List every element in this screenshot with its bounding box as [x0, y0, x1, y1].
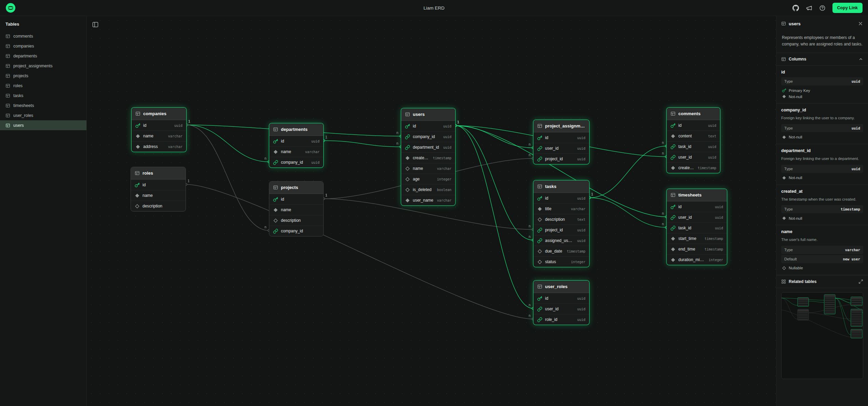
column-row[interactable]: company_iduuid [401, 131, 455, 142]
help-icon[interactable] [819, 5, 826, 11]
column-type: uuid [708, 155, 716, 159]
link-icon [537, 228, 542, 233]
column-row[interactable]: user_iduuid [533, 303, 589, 314]
sidebar-toggle-button[interactable] [91, 20, 100, 29]
column-row[interactable]: due_datetimestamp [533, 246, 589, 256]
column-row[interactable]: created_attimestamp [667, 162, 720, 173]
table-node-companies[interactable]: companiesiduuidnamevarcharaddressvarchar [131, 107, 187, 152]
expand-icon[interactable] [858, 279, 863, 284]
column-row[interactable]: iduuid [667, 120, 720, 131]
column-row[interactable]: user_namevarchar [401, 195, 455, 205]
column-row[interactable]: name [269, 204, 323, 215]
column-row[interactable]: assigned_user_iduuid [533, 235, 589, 246]
erd-canvas[interactable]: 1n1n1n1n1n1n1n1n1n1n1n1n1n1n companiesid… [87, 16, 776, 406]
column-row[interactable]: company_iduuid [269, 157, 323, 167]
sidebar-item-tasks[interactable]: tasks [0, 91, 86, 100]
column-row[interactable]: description [131, 201, 186, 211]
sidebar-item-projects[interactable]: projects [0, 71, 86, 81]
table-node-departments[interactable]: departmentsiduuidnamevarcharcompany_iduu… [269, 123, 324, 168]
columns-section-header[interactable]: Columns [776, 53, 868, 66]
table-node-users[interactable]: usersiduuidcompany_iduuiddepartment_iduu… [401, 108, 456, 206]
table-node-projects[interactable]: projectsidnamedescriptioncompany_id [269, 181, 324, 236]
column-row[interactable]: duration_minutesinteger [667, 254, 727, 265]
table-node-header[interactable]: comments [667, 108, 720, 120]
table-node-header[interactable]: departments [269, 123, 323, 136]
minimap-table-user_roles [851, 329, 862, 338]
table-node-header[interactable]: timesheets [667, 189, 727, 201]
sidebar-item-label: user_roles [13, 113, 33, 118]
table-node-header[interactable]: project_assignments [533, 120, 589, 132]
columns-icon [781, 57, 786, 62]
copy-link-button[interactable]: Copy Link [832, 3, 863, 13]
column-name: start_time [678, 236, 702, 241]
column-row[interactable]: project_iduuid [533, 225, 589, 235]
column-row[interactable]: ageinteger [401, 174, 455, 184]
column-row[interactable]: descriptiontext [533, 214, 589, 225]
column-row[interactable]: iduuid [533, 132, 589, 143]
column-name: content [678, 134, 705, 138]
column-row[interactable]: contenttext [667, 131, 720, 141]
detail-panel-header: users [776, 16, 868, 31]
column-row[interactable]: department_iduuid [401, 142, 455, 152]
close-icon[interactable] [858, 21, 863, 26]
sidebar-item-project_assignments[interactable]: project_assignments [0, 61, 86, 71]
table-node-timesheets[interactable]: timesheetsiduuiduser_iduuidtask_iduuidst… [666, 189, 727, 265]
sidebar-item-users[interactable]: users [0, 120, 86, 130]
column-row[interactable]: user_iduuid [533, 143, 589, 153]
table-node-header[interactable]: user_roles [533, 281, 589, 293]
column-row[interactable]: name [131, 190, 186, 201]
table-node-header[interactable]: tasks [533, 180, 589, 193]
github-icon[interactable] [792, 5, 799, 11]
table-name: comments [678, 111, 701, 116]
sidebar-item-companies[interactable]: companies [0, 41, 86, 51]
column-row[interactable]: namevarchar [269, 146, 323, 157]
table-node-comments[interactable]: commentsiduuidcontenttexttask_iduuiduser… [666, 107, 720, 173]
column-row[interactable]: namevarchar [132, 131, 186, 141]
table-node-tasks[interactable]: tasksiduuidtitlevarchardescriptiontextpr… [533, 180, 589, 267]
sidebar-item-comments[interactable]: comments [0, 31, 86, 41]
column-row[interactable]: addressvarchar [132, 141, 186, 152]
column-row[interactable]: user_iduuid [667, 152, 720, 162]
sidebar-item-roles[interactable]: roles [0, 81, 86, 91]
table-node-roles[interactable]: rolesidnamedescription [131, 167, 186, 212]
column-row[interactable]: namevarchar [401, 163, 455, 174]
column-row[interactable]: company_id [269, 226, 323, 236]
column-row[interactable]: end_timetimestamp [667, 244, 727, 254]
sidebar-item-departments[interactable]: departments [0, 51, 86, 61]
column-row[interactable]: role_iduuid [533, 314, 589, 325]
column-row[interactable]: titlevarchar [533, 203, 589, 214]
column-row[interactable]: iduuid [667, 201, 727, 212]
chevron-up-icon[interactable] [858, 57, 863, 62]
column-row[interactable]: task_iduuid [667, 222, 727, 233]
sidebar-item-label: timesheets [13, 103, 34, 108]
column-row[interactable]: iduuid [401, 121, 455, 131]
column-row[interactable]: task_iduuid [667, 141, 720, 152]
liam-logo-icon[interactable] [5, 3, 16, 13]
column-row[interactable]: project_iduuid [533, 153, 589, 164]
column-row[interactable]: iduuid [132, 120, 186, 131]
sidebar-item-timesheets[interactable]: timesheets [0, 100, 86, 110]
column-row[interactable]: description [269, 215, 323, 226]
releases-megaphone-icon[interactable] [806, 5, 812, 11]
table-node-header[interactable]: companies [132, 108, 186, 120]
sidebar-item-user_roles[interactable]: user_roles [0, 110, 86, 120]
table-node-project_assignments[interactable]: project_assignmentsiduuiduser_iduuidproj… [533, 120, 589, 164]
related-tables-preview[interactable] [781, 292, 863, 379]
column-row[interactable]: is_deletedboolean [401, 184, 455, 195]
column-row[interactable]: user_iduuid [667, 212, 727, 222]
column-row[interactable]: created_attimestamp [401, 152, 455, 163]
table-node-header[interactable]: users [401, 108, 455, 121]
table-node-header[interactable]: projects [269, 181, 323, 194]
related-tables-header[interactable]: Related tables [776, 275, 868, 288]
column-row[interactable]: iduuid [533, 293, 589, 303]
column-row[interactable]: iduuid [533, 193, 589, 203]
column-row[interactable]: statusinteger [533, 256, 589, 267]
minimap-table-tasks [851, 309, 862, 326]
constraint-row: Not-null [781, 214, 863, 220]
column-row[interactable]: iduuid [269, 136, 323, 146]
table-node-header[interactable]: roles [131, 167, 186, 179]
column-row[interactable]: id [269, 194, 323, 204]
column-row[interactable]: id [131, 179, 186, 190]
table-node-user_roles[interactable]: user_rolesiduuiduser_iduuidrole_iduuid [533, 280, 589, 325]
column-row[interactable]: start_timetimestamp [667, 233, 727, 244]
